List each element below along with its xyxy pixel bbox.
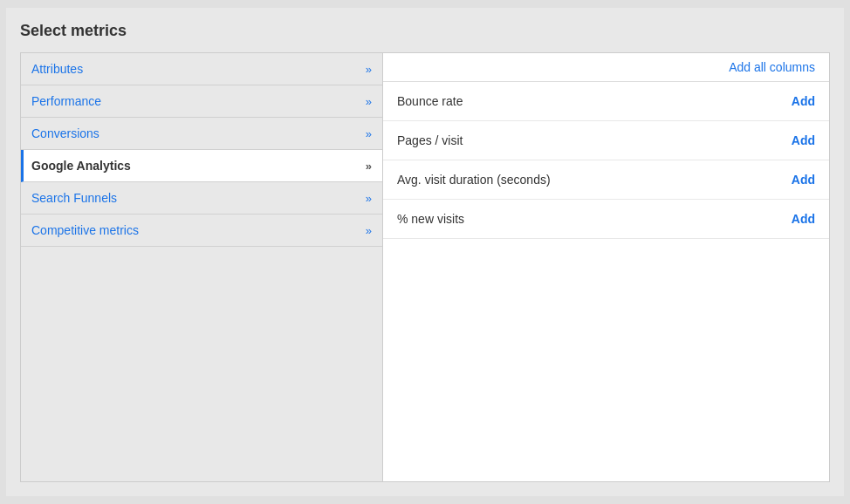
sidebar-item-label: Google Analytics — [31, 159, 131, 173]
sidebar-item-conversions[interactable]: Conversions» — [21, 118, 382, 150]
chevron-right-icon: » — [366, 224, 372, 237]
sidebar-item-label: Competitive metrics — [31, 223, 139, 237]
add-metric-button[interactable]: Add — [792, 173, 815, 187]
sidebar-item-performance[interactable]: Performance» — [21, 85, 382, 118]
metric-name: Bounce rate — [397, 94, 463, 108]
page-title: Select metrics — [20, 22, 830, 40]
chevron-right-icon: » — [366, 63, 372, 76]
metric-row: % new visitsAdd — [383, 200, 829, 239]
sidebar-item-label: Conversions — [31, 126, 99, 140]
chevron-right-icon: » — [366, 95, 372, 108]
add-all-columns-button[interactable]: Add all columns — [729, 60, 815, 74]
add-metric-button[interactable]: Add — [792, 94, 815, 108]
sidebar-item-google-analytics[interactable]: Google Analytics» — [21, 150, 382, 182]
metrics-panel: Add all columns Bounce rateAddPages / vi… — [382, 52, 830, 482]
select-metrics-container: Select metrics Attributes»Performance»Co… — [6, 8, 844, 496]
metric-row: Avg. visit duration (seconds)Add — [383, 160, 829, 200]
chevron-right-icon: » — [366, 192, 372, 205]
sidebar-item-attributes[interactable]: Attributes» — [21, 53, 382, 85]
metric-row: Bounce rateAdd — [383, 82, 829, 121]
metric-name: Pages / visit — [397, 133, 463, 147]
sidebar-item-search-funnels[interactable]: Search Funnels» — [21, 182, 382, 215]
add-metric-button[interactable]: Add — [792, 212, 815, 226]
metric-name: Avg. visit duration (seconds) — [397, 173, 551, 187]
sidebar-item-label: Performance — [31, 94, 101, 108]
add-metric-button[interactable]: Add — [792, 133, 815, 147]
chevron-right-icon: » — [366, 160, 372, 173]
chevron-right-icon: » — [366, 127, 372, 140]
sidebar: Attributes»Performance»Conversions»Googl… — [20, 52, 382, 482]
metric-row: Pages / visitAdd — [383, 121, 829, 160]
sidebar-item-label: Search Funnels — [31, 191, 117, 205]
metric-name: % new visits — [397, 212, 464, 226]
sidebar-item-label: Attributes — [31, 62, 83, 76]
main-content: Attributes»Performance»Conversions»Googl… — [20, 52, 830, 482]
sidebar-item-competitive-metrics[interactable]: Competitive metrics» — [21, 215, 382, 247]
add-all-row: Add all columns — [383, 53, 829, 82]
